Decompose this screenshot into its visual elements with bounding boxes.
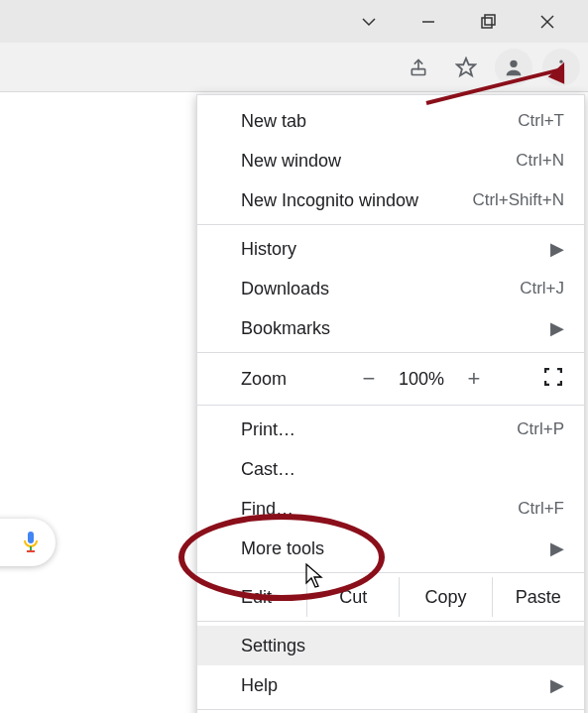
menu-item-new-incognito[interactable]: New Incognito window Ctrl+Shift+N <box>197 180 584 220</box>
svg-point-9 <box>559 65 562 68</box>
menu-item-more-tools[interactable]: More tools ▶ <box>197 529 584 568</box>
minimize-button[interactable] <box>412 8 445 36</box>
edit-row: Edit Cut Copy Paste <box>197 577 584 617</box>
restore-down-icon[interactable] <box>352 8 386 36</box>
separator <box>197 621 584 622</box>
svg-point-10 <box>559 71 562 74</box>
menu-label: Cast… <box>241 459 564 480</box>
close-button[interactable] <box>530 8 564 36</box>
profile-button[interactable] <box>495 49 532 86</box>
menu-item-print[interactable]: Print… Ctrl+P <box>197 410 584 449</box>
menu-label: Help <box>241 675 550 696</box>
zoom-value: 100% <box>392 369 451 390</box>
menu-label: Find… <box>241 499 518 520</box>
menu-item-history[interactable]: History ▶ <box>197 229 584 269</box>
svg-marker-6 <box>457 58 475 74</box>
zoom-out-button[interactable]: − <box>346 366 392 392</box>
separator <box>197 709 584 710</box>
edit-copy-button[interactable]: Copy <box>399 577 491 617</box>
menu-item-settings[interactable]: Settings <box>197 626 584 665</box>
chrome-main-menu: New tab Ctrl+T New window Ctrl+N New Inc… <box>196 94 585 713</box>
separator <box>197 224 584 225</box>
menu-label: New window <box>241 151 516 172</box>
menu-item-bookmarks[interactable]: Bookmarks ▶ <box>197 308 584 348</box>
chevron-right-icon: ▶ <box>550 537 564 559</box>
menu-label: New tab <box>241 111 518 132</box>
menu-item-help[interactable]: Help ▶ <box>197 665 584 705</box>
menu-shortcut: Ctrl+N <box>516 151 564 171</box>
svg-rect-5 <box>412 68 424 74</box>
menu-shortcut: Ctrl+P <box>517 419 564 439</box>
chevron-right-icon: ▶ <box>550 238 564 260</box>
menu-label: Settings <box>241 636 564 656</box>
separator <box>197 572 584 573</box>
zoom-in-button[interactable]: + <box>451 366 497 392</box>
separator <box>197 352 584 353</box>
menu-item-downloads[interactable]: Downloads Ctrl+J <box>197 269 584 308</box>
menu-shortcut: Ctrl+T <box>518 111 564 131</box>
bookmark-star-button[interactable] <box>447 49 485 86</box>
menu-item-find[interactable]: Find… Ctrl+F <box>197 489 584 529</box>
zoom-row: Zoom − 100% + <box>197 357 584 401</box>
voice-search-button[interactable] <box>0 519 56 566</box>
menu-shortcut: Ctrl+F <box>518 499 564 519</box>
edit-cut-button[interactable]: Cut <box>306 577 399 617</box>
menu-label: More tools <box>241 538 550 559</box>
svg-point-8 <box>559 59 562 62</box>
menu-label: Print… <box>241 419 517 440</box>
svg-point-7 <box>510 59 517 66</box>
menu-shortcut: Ctrl+J <box>520 279 564 298</box>
window-titlebar <box>0 0 588 43</box>
menu-label: History <box>241 239 550 260</box>
menu-label: Bookmarks <box>241 318 550 339</box>
menu-label: New Incognito window <box>241 190 472 211</box>
browser-toolbar <box>0 43 588 92</box>
fullscreen-button[interactable] <box>544 368 584 391</box>
menu-shortcut: Ctrl+Shift+N <box>472 190 564 210</box>
menu-label: Downloads <box>241 279 520 299</box>
menu-button[interactable] <box>542 49 580 86</box>
chevron-right-icon: ▶ <box>550 317 564 339</box>
menu-item-cast[interactable]: Cast… <box>197 449 584 489</box>
menu-item-new-tab[interactable]: New tab Ctrl+T <box>197 101 584 141</box>
share-button[interactable] <box>400 49 437 86</box>
maximize-button[interactable] <box>471 8 505 36</box>
zoom-label: Zoom <box>197 369 346 390</box>
svg-rect-2 <box>485 15 495 25</box>
svg-rect-11 <box>28 532 34 543</box>
chevron-right-icon: ▶ <box>550 674 564 696</box>
edit-label: Edit <box>197 577 306 617</box>
svg-rect-1 <box>482 18 492 28</box>
separator <box>197 405 584 406</box>
menu-item-new-window[interactable]: New window Ctrl+N <box>197 141 584 180</box>
edit-paste-button[interactable]: Paste <box>492 577 584 617</box>
